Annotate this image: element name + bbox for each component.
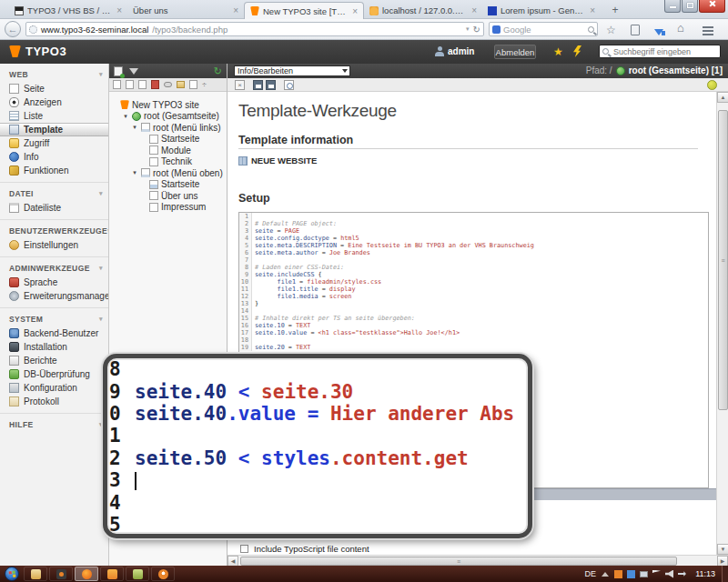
browser-tab[interactable]: Über uns×: [127, 2, 244, 19]
filter-icon[interactable]: [129, 68, 138, 75]
workspace-star-icon[interactable]: ★: [553, 45, 563, 58]
clock[interactable]: 11:13: [695, 569, 715, 578]
taskbar-app-explorer-icon[interactable]: [24, 567, 47, 581]
sidebar-section-header[interactable]: BENUTZERWERKZEUGE▾: [0, 224, 108, 238]
pagetree-item[interactable]: New TYPO3 site: [109, 99, 227, 111]
sidebar-item-template[interactable]: Template: [0, 123, 108, 136]
sidebar-section-header[interactable]: SYSTEM▾: [0, 312, 108, 326]
save-close-icon[interactable]: [266, 80, 276, 90]
browser-search-bar[interactable]: Google: [489, 22, 598, 36]
reload-button[interactable]: ↻: [473, 25, 480, 35]
pagetree-item[interactable]: Startseite: [109, 134, 227, 146]
tab-close-icon[interactable]: ×: [231, 5, 240, 15]
pagetree-item[interactable]: Technik: [109, 156, 227, 168]
path-value[interactable]: root (Gesamtseite) [1]: [629, 65, 723, 75]
back-button[interactable]: ←: [5, 21, 21, 37]
pagetree-item[interactable]: Startseite: [109, 179, 227, 191]
horizontal-scrollbar-thumb[interactable]: ≡: [240, 557, 677, 566]
pagetree-item[interactable]: ▾root (Menü oben): [109, 167, 227, 179]
new-tab-button[interactable]: +: [608, 4, 622, 17]
tab-close-icon[interactable]: ×: [470, 5, 479, 15]
pagetree-item[interactable]: ▾root (Gesamtseite): [109, 111, 227, 123]
xampp-tray-icon[interactable]: [614, 570, 622, 578]
start-button[interactable]: [5, 567, 19, 581]
tab-close-icon[interactable]: ×: [115, 5, 124, 15]
tree-expander-icon[interactable]: ▾: [131, 124, 138, 131]
typo3-logo[interactable]: TYPO3: [9, 45, 66, 58]
vertical-scrollbar[interactable]: ▲ ≡ ▼: [716, 92, 728, 555]
view-page-icon[interactable]: [284, 80, 294, 90]
vertical-scrollbar-thumb[interactable]: ≡: [718, 110, 728, 410]
refresh-icon[interactable]: ↻: [214, 66, 222, 76]
network-icon[interactable]: [678, 570, 686, 578]
flag-tray-icon[interactable]: [652, 570, 661, 578]
drag-new-page-icon[interactable]: [138, 80, 147, 89]
language-indicator[interactable]: DE: [584, 569, 596, 578]
close-button[interactable]: [699, 0, 725, 13]
sidebar-item-zugriff[interactable]: Zugriff: [0, 136, 108, 150]
home-icon[interactable]: ⌂: [677, 22, 684, 35]
new-page-icon[interactable]: [114, 66, 123, 76]
pagetree-item[interactable]: ▾root (Menü links): [109, 122, 227, 134]
display-tray-icon[interactable]: [640, 571, 648, 577]
template-record[interactable]: NEUE WEBSITE: [238, 156, 317, 166]
drag-folder-icon[interactable]: [177, 81, 185, 88]
sidebar-item-sprache[interactable]: Sprache: [0, 276, 108, 289]
minimize-button[interactable]: [664, 0, 681, 13]
sidebar-item-installation[interactable]: Installation: [0, 340, 108, 354]
sidebar-item-berichte[interactable]: Berichte: [0, 354, 108, 367]
save-icon[interactable]: [253, 80, 263, 90]
drag-new-page-icon[interactable]: [113, 80, 121, 89]
maximize-button[interactable]: [682, 0, 698, 13]
sidebar-section-header[interactable]: WEB▾: [0, 67, 108, 82]
sidebar-item-backend-benutzer[interactable]: Backend-Benutzer: [0, 326, 108, 340]
sidebar-section-header[interactable]: HILFE▾: [0, 417, 108, 432]
drag-shortcut-page-icon[interactable]: [189, 80, 197, 89]
drag-new-page-icon[interactable]: [126, 80, 134, 89]
scroll-down-icon[interactable]: ▼: [717, 544, 728, 555]
browser-tab[interactable]: localhost / 127.0.0.1 / typo...×: [364, 2, 482, 19]
view-mode-select[interactable]: Info/Bearbeiten: [234, 65, 350, 76]
taskbar-app-media-icon[interactable]: [49, 567, 73, 581]
typo3-search-input[interactable]: [612, 46, 717, 57]
typo3-search[interactable]: [599, 45, 721, 58]
close-doc-icon[interactable]: ×: [235, 80, 245, 90]
sidebar-item-anzeigen[interactable]: Anzeigen: [0, 95, 108, 109]
pagetree-item[interactable]: Impressum: [109, 202, 227, 214]
search-icon[interactable]: [588, 26, 594, 33]
url-dropdown-icon[interactable]: ▾: [466, 25, 470, 33]
browser-tab[interactable]: TYPO3 / VHS BS / 16. - 20.0...×: [9, 2, 127, 19]
sidebar-item-seite[interactable]: Seite: [0, 82, 108, 95]
bookmark-star-icon[interactable]: ☆: [606, 24, 616, 36]
sidebar-item-db-berpr-fung[interactable]: DB-Überprüfung: [0, 367, 108, 381]
open-new-window-icon[interactable]: [707, 80, 717, 90]
taskbar-app-chrome-icon[interactable]: [151, 567, 175, 581]
logout-button[interactable]: Abmelden: [494, 45, 536, 59]
sidebar-section-header[interactable]: DATEI▾: [0, 186, 108, 201]
sidebar-item-konfiguration[interactable]: Konfiguration: [0, 381, 108, 395]
blue-tray-icon[interactable]: [627, 570, 635, 578]
menu-icon[interactable]: [703, 26, 713, 28]
taskbar-app-xampp-icon[interactable]: [100, 567, 124, 581]
sidebar-item-funktionen[interactable]: Funktionen: [0, 164, 108, 177]
browser-tab[interactable]: New TYPO3 site [TYPO3 C...×: [244, 2, 364, 19]
clear-cache-lightning-icon[interactable]: [573, 45, 581, 57]
downloads-icon[interactable]: [654, 29, 663, 35]
drag-link-page-icon[interactable]: [164, 82, 172, 87]
sidebar-item-dateiliste[interactable]: Dateiliste: [0, 201, 108, 215]
drag-hidden-page-icon[interactable]: [151, 80, 159, 89]
show-desktop-button[interactable]: [722, 566, 728, 582]
sidebar-item-erweiterungsmanager[interactable]: Erweiterungsmanager: [0, 289, 108, 303]
drag-separator-icon[interactable]: ÷: [202, 80, 207, 89]
sidebar-section-header[interactable]: ADMINWERKZEUGE▾: [0, 261, 108, 276]
tray-expand-icon[interactable]: [602, 572, 609, 577]
bookmarks-panel-icon[interactable]: [631, 25, 640, 35]
horizontal-scrollbar[interactable]: ◀ ≡ ▶: [228, 555, 728, 566]
taskbar-app-editor-icon[interactable]: [126, 567, 149, 581]
include-typoscript-checkbox[interactable]: [240, 545, 248, 553]
volume-icon[interactable]: [665, 570, 673, 578]
browser-tab[interactable]: Lorem ipsum - Generator u...×: [482, 2, 601, 19]
pagetree-item[interactable]: Über uns: [109, 190, 227, 202]
scroll-up-icon[interactable]: ▲: [717, 92, 728, 103]
tab-close-icon[interactable]: ×: [588, 5, 597, 15]
